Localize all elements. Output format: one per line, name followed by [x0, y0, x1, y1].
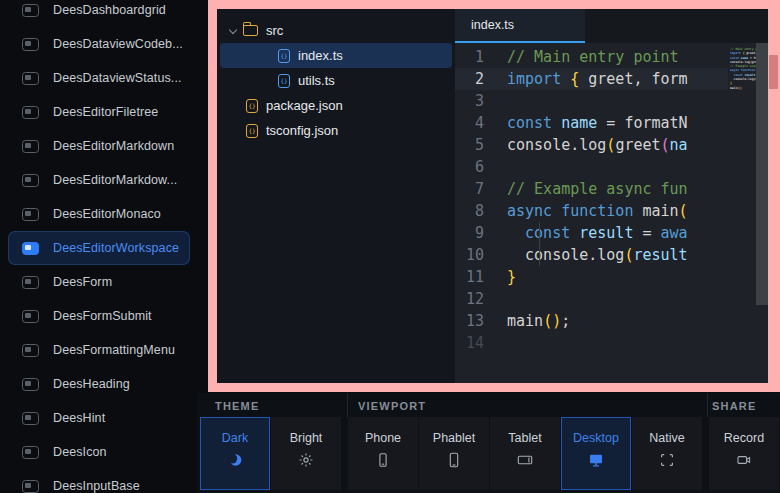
tablet-icon [517, 452, 533, 468]
component-list: DeesDashboardgridDeesDataviewCodeb...Dee… [0, 0, 197, 493]
code-line[interactable]: 14 [455, 332, 728, 354]
component-icon [22, 480, 39, 493]
tab-indexts[interactable]: index.ts [455, 9, 585, 43]
editor-scrollbar[interactable] [756, 43, 768, 305]
code-line[interactable]: 8async function main( [455, 200, 728, 222]
tree-item-name: utils.ts [298, 73, 335, 88]
sidebar-item-label: DeesDataviewStatus... [53, 71, 182, 85]
sidebar-item-deeshint[interactable]: DeesHint [0, 401, 197, 435]
sidebar-item-deesheading[interactable]: DeesHeading [0, 367, 197, 401]
toolbar-button-label: Phone [365, 431, 401, 445]
line-number: 11 [455, 266, 507, 288]
sidebar-item-label: DeesEditorWorkspace [53, 241, 179, 255]
code-token: main [642, 202, 678, 220]
theme-dark-button[interactable]: Dark [200, 417, 270, 490]
ts-file-icon [278, 49, 290, 63]
frame-scrollbar-thumb[interactable] [769, 55, 778, 89]
sidebar-item-deeseditormonaco[interactable]: DeesEditorMonaco [0, 197, 197, 231]
phone-icon [375, 452, 391, 468]
line-number: 13 [455, 310, 507, 332]
sidebar-item-deesformsubmit[interactable]: DeesFormSubmit [0, 299, 197, 333]
code-token: = formatN [597, 114, 687, 132]
minimap-line: main(); [730, 86, 756, 90]
moon-icon [227, 452, 243, 468]
sidebar-item-deeseditorfiletree[interactable]: DeesEditorFiletree [0, 95, 197, 129]
sidebar-item-deesdashboardgrid[interactable]: DeesDashboardgrid [0, 0, 197, 27]
code-lines[interactable]: 1// Main entry point2import { greet, for… [455, 46, 728, 383]
sidebar-item-deeseditorworkspace[interactable]: DeesEditorWorkspace [8, 231, 190, 265]
code-line[interactable]: 3 [455, 90, 728, 112]
code-line[interactable]: 6 [455, 156, 728, 178]
minimap[interactable]: // Main entry pointimport { greet, formc… [728, 43, 756, 383]
sidebar-item-deesicon[interactable]: DeesIcon [0, 435, 197, 469]
code-line[interactable]: 10 console.log(result [455, 244, 728, 266]
toolbar-button-label: Phablet [433, 431, 475, 445]
component-icon [22, 106, 39, 119]
code-token: // Main entry point [507, 48, 679, 66]
code-line[interactable]: 12 [455, 288, 728, 310]
code-line[interactable]: 4const name = formatN [455, 112, 728, 134]
code-token: na [670, 136, 688, 154]
tree-item-name: tsconfig.json [266, 123, 338, 138]
code-editor[interactable]: index.ts 1// Main entry point2import { g… [455, 9, 768, 383]
sidebar-item-deesdataviewstatus[interactable]: DeesDataviewStatus... [0, 61, 197, 95]
line-number: 8 [455, 200, 507, 222]
minimap-token: ; [741, 86, 743, 90]
tree-row-tsconfigjson[interactable]: tsconfig.json [220, 118, 452, 143]
component-icon [22, 446, 39, 459]
json-file-icon [246, 99, 258, 113]
sidebar-item-label: DeesIcon [53, 445, 107, 459]
sidebar-item-deesdataviewcodeb[interactable]: DeesDataviewCodeb... [0, 27, 197, 61]
viewport-phablet-button[interactable]: Phablet [419, 417, 489, 490]
code-line[interactable]: 9 const result = awa [455, 222, 728, 244]
viewport-tablet-button[interactable]: Tablet [490, 417, 560, 490]
share-record-button[interactable]: Record [709, 417, 779, 490]
code-line[interactable]: 7// Example async fun [455, 178, 728, 200]
editor-tab-bar: index.ts [455, 9, 768, 43]
code-line[interactable]: 1// Main entry point [455, 46, 728, 68]
tree-row-indexts[interactable]: index.ts [220, 43, 452, 68]
sidebar-item-deesinputbase[interactable]: DeesInputBase [0, 469, 197, 493]
code-token: // Example async fun [507, 180, 688, 198]
sidebar-item-deeseditormarkdown[interactable]: DeesEditorMarkdown [0, 129, 197, 163]
code-token: ( [661, 136, 670, 154]
editor-body[interactable]: 1// Main entry point2import { greet, for… [455, 43, 768, 383]
sidebar-item-deesformattingmenu[interactable]: DeesFormattingMenu [0, 333, 197, 367]
tree-row-src[interactable]: src [220, 18, 452, 43]
viewport-desktop-button[interactable]: Desktop [561, 417, 631, 490]
component-icon [22, 4, 39, 17]
sidebar-item-label: DeesFormattingMenu [53, 343, 175, 357]
code-line[interactable]: 5console.log(greet(na [455, 134, 728, 156]
component-icon [22, 38, 39, 51]
code-token: main [507, 312, 543, 330]
sidebar-item-deeseditormarkdow[interactable]: DeesEditorMarkdow... [0, 163, 197, 197]
sidebar-item-label: DeesHeading [53, 377, 130, 391]
line-number: 5 [455, 134, 507, 156]
theme-bright-button[interactable]: Bright [271, 417, 341, 490]
code-token: awa [661, 224, 688, 242]
code-token: = [633, 224, 660, 242]
tree-row-utilsts[interactable]: utils.ts [220, 68, 452, 93]
line-number: 12 [455, 288, 507, 310]
sidebar-item-label: DeesEditorMarkdown [53, 139, 174, 153]
code-line[interactable]: 13main(); [455, 310, 728, 332]
line-number: 6 [455, 156, 507, 178]
sidebar-item-label: DeesDataviewCodeb... [53, 37, 183, 51]
minimap-token: console.log [730, 77, 753, 81]
bottom-toolbar: THEMEVIEWPORTSHARE DarkBrightPhonePhable… [197, 393, 780, 493]
sidebar-item-deesform[interactable]: DeesForm [0, 265, 197, 299]
toolbar-section-label-theme: THEME [215, 400, 260, 412]
code-token: console.log [507, 136, 606, 154]
viewport-phone-button[interactable]: Phone [348, 417, 418, 490]
toolbar-button-label: Dark [222, 431, 248, 445]
code-token: } [507, 268, 516, 286]
code-token: result [633, 246, 687, 264]
toolbar-buttons: DarkBrightPhonePhabletTabletDesktopNativ… [200, 417, 780, 490]
viewport-native-button[interactable]: Native [632, 417, 702, 490]
line-number: 4 [455, 112, 507, 134]
sun-icon [298, 452, 314, 468]
code-line[interactable]: 2import { greet, form [455, 68, 728, 90]
tree-row-packagejson[interactable]: package.json [220, 93, 452, 118]
code-line[interactable]: 11} [455, 266, 728, 288]
line-number: 1 [455, 46, 507, 68]
